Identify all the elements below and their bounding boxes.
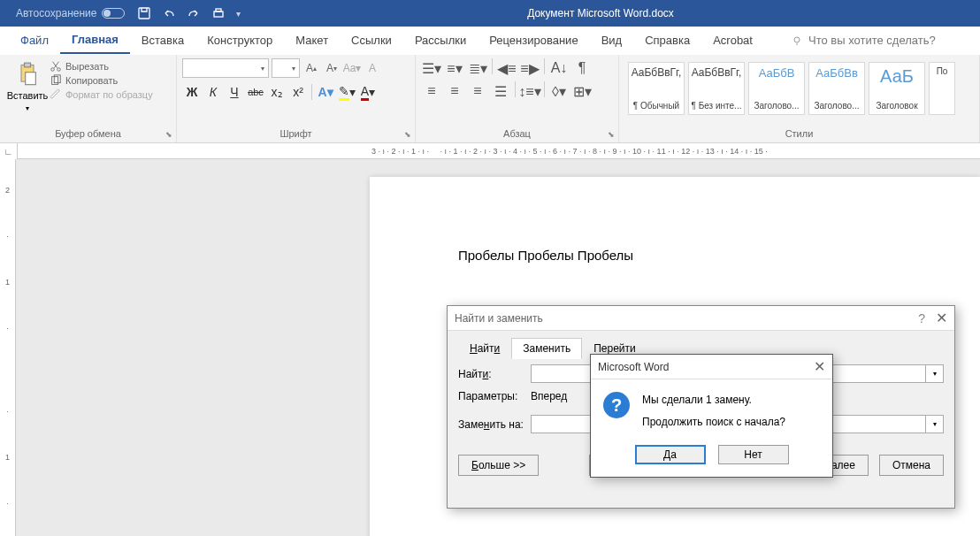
styles-group: АаБбВвГг,¶ Обычный АаБбВвГг,¶ Без инте..… <box>619 55 980 142</box>
autosave-toggle[interactable]: Автосохранение <box>16 7 125 19</box>
msg-titlebar[interactable]: Microsoft Word ✕ <box>591 355 832 379</box>
copy-button[interactable]: Копировать <box>50 74 153 87</box>
help-icon[interactable]: ? <box>918 311 925 325</box>
grow-font-button[interactable]: A▴ <box>302 58 320 78</box>
superscript-button[interactable]: x² <box>288 82 308 102</box>
tab-acrobat[interactable]: Acrobat <box>701 27 764 54</box>
font-label: Шрифт⬊ <box>182 128 410 141</box>
tell-me-search[interactable]: Что вы хотите сделать? <box>791 34 936 47</box>
dialog-launcher-icon[interactable]: ⬊ <box>165 130 172 139</box>
find-label: Найти: <box>458 368 531 380</box>
save-icon[interactable] <box>137 6 151 20</box>
chevron-down-icon[interactable]: ▾ <box>925 416 943 433</box>
subscript-button[interactable]: x₂ <box>267 82 287 102</box>
svg-rect-0 <box>139 8 149 19</box>
dialog-launcher-icon[interactable]: ⬊ <box>608 130 615 139</box>
tab-replace[interactable]: Заменить <box>511 338 582 359</box>
tab-layout[interactable]: Макет <box>284 27 340 54</box>
question-icon: ? <box>603 392 630 418</box>
clipboard-label: Буфер обмена⬊ <box>5 128 171 141</box>
tab-design[interactable]: Конструктор <box>195 27 284 54</box>
yes-button[interactable]: Да <box>635 445 706 464</box>
tab-help[interactable]: Справка <box>633 27 701 54</box>
tab-file[interactable]: Файл <box>9 27 60 54</box>
bullets-button[interactable]: ☰▾ <box>421 58 442 78</box>
tab-home[interactable]: Главная <box>60 27 130 54</box>
params-label: Параметры: <box>458 390 531 402</box>
align-left-button[interactable]: ≡ <box>421 81 442 101</box>
font-size-combo[interactable]: ▾ <box>272 58 300 78</box>
style-more[interactable]: По <box>929 62 955 115</box>
style-heading2[interactable]: АаБбВвЗаголово... <box>808 62 865 115</box>
sort-button[interactable]: A↓ <box>548 58 570 78</box>
line-spacing-button[interactable]: ↕≡▾ <box>519 81 540 101</box>
increase-indent-button[interactable]: ≡▶ <box>519 58 540 78</box>
params-value: Вперед <box>531 390 567 402</box>
quick-access-toolbar: ▾ <box>137 6 241 20</box>
bold-button[interactable]: Ж <box>182 82 202 102</box>
horizontal-ruler[interactable]: ∟ 3 · ı · 2 · ı · 1 · ı · · ı · 1 · ı · … <box>0 143 980 159</box>
undo-icon[interactable] <box>162 6 176 20</box>
tab-selector[interactable]: ∟ <box>0 143 18 159</box>
text-effects-button[interactable]: A▾ <box>316 82 335 102</box>
font-color-button[interactable]: A▾ <box>358 82 378 102</box>
qat-customize-icon[interactable]: ▾ <box>236 9 241 19</box>
decrease-indent-button[interactable]: ◀≡ <box>496 58 517 78</box>
font-group: ▾ ▾ A▴ A▾ Aa▾ A Ж К Ч abc x₂ x² A▾ ✎▾ A▾… <box>177 55 416 142</box>
svg-rect-2 <box>216 9 221 11</box>
tab-mailings[interactable]: Рассылки <box>403 27 478 54</box>
change-case-button[interactable]: Aa▾ <box>343 58 361 78</box>
brush-icon <box>50 88 62 101</box>
italic-button[interactable]: К <box>203 82 223 102</box>
numbering-button[interactable]: ≡▾ <box>444 58 465 78</box>
font-name-combo[interactable]: ▾ <box>182 58 269 78</box>
justify-button[interactable]: ☰ <box>490 81 511 101</box>
title-bar: Автосохранение ▾ Документ Microsoft Word… <box>0 0 980 27</box>
style-title[interactable]: АаБЗаголовок <box>869 62 925 115</box>
align-right-button[interactable]: ≡ <box>467 81 488 101</box>
copy-icon <box>50 74 62 87</box>
clipboard-group: Вставить ▾ Вырезать Копировать Формат по… <box>0 55 177 142</box>
close-icon[interactable]: ✕ <box>936 310 947 326</box>
document-text: Пробелы Пробелы Пробелы <box>458 248 633 263</box>
shrink-font-button[interactable]: A▾ <box>323 58 341 78</box>
paragraph-group: ☰▾ ≡▾ ≣▾ ◀≡ ≡▶ A↓ ¶ ≡ ≡ ≡ ☰ ↕≡▾ ◊▾ ⊞▾ <box>416 55 619 142</box>
cut-icon <box>50 60 62 73</box>
replace-label: Заменить на: <box>458 418 531 431</box>
align-center-button[interactable]: ≡ <box>444 81 465 101</box>
cancel-button[interactable]: Отмена <box>879 455 944 476</box>
dialog-launcher-icon[interactable]: ⬊ <box>404 130 411 139</box>
svg-rect-1 <box>214 11 223 17</box>
close-icon[interactable]: ✕ <box>814 358 825 375</box>
paragraph-label: Абзац⬊ <box>421 128 613 141</box>
more-button[interactable]: Больше >> <box>458 455 539 476</box>
tab-view[interactable]: Вид <box>590 27 634 54</box>
tab-references[interactable]: Ссылки <box>340 27 403 54</box>
shading-button[interactable]: ◊▾ <box>548 81 570 101</box>
cut-button[interactable]: Вырезать <box>50 60 153 73</box>
tab-find[interactable]: Найти <box>458 338 511 359</box>
borders-button[interactable]: ⊞▾ <box>571 81 593 101</box>
styles-label: Стили <box>624 128 974 141</box>
no-button[interactable]: Нет <box>718 445 789 464</box>
vertical-ruler[interactable]: 2·1··1·2 <box>0 159 16 536</box>
strike-button[interactable]: abc <box>246 82 265 102</box>
multilevel-button[interactable]: ≣▾ <box>467 58 488 78</box>
style-heading1[interactable]: АаБбВЗаголово... <box>748 62 805 115</box>
tab-review[interactable]: Рецензирование <box>478 27 589 54</box>
clear-format-button[interactable]: A <box>364 58 381 78</box>
style-normal[interactable]: АаБбВвГг,¶ Обычный <box>628 62 685 115</box>
highlight-button[interactable]: ✎▾ <box>337 82 356 102</box>
chevron-down-icon[interactable]: ▾ <box>925 365 943 382</box>
show-marks-button[interactable]: ¶ <box>571 58 593 78</box>
redo-icon[interactable] <box>187 6 201 20</box>
ribbon: Вставить ▾ Вырезать Копировать Формат по… <box>0 55 980 143</box>
print-icon[interactable] <box>211 6 226 20</box>
toggle-icon <box>102 8 125 19</box>
format-painter-button[interactable]: Формат по образцу <box>50 88 153 101</box>
style-no-spacing[interactable]: АаБбВвГг,¶ Без инте... <box>688 62 745 115</box>
underline-button[interactable]: Ч <box>225 82 244 102</box>
dialog-titlebar[interactable]: Найти и заменить ? ✕ <box>448 306 954 331</box>
paste-button[interactable]: Вставить ▾ <box>5 58 50 112</box>
tab-insert[interactable]: Вставка <box>130 27 195 54</box>
